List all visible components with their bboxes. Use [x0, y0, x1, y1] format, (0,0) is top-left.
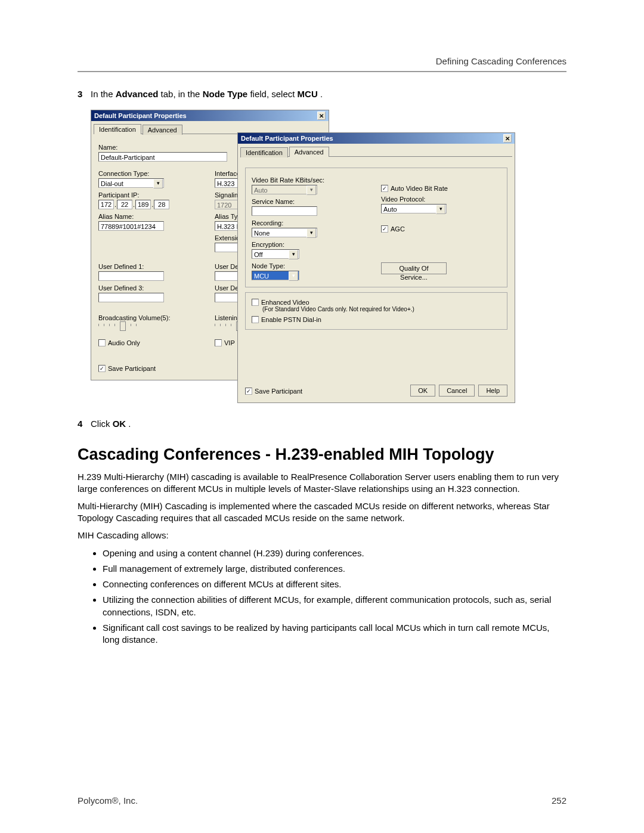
close-icon[interactable]: ✕: [317, 112, 326, 120]
label-auto-vbr: Auto Video Bit Rate: [391, 185, 448, 192]
list-item: Significant call cost savings to be real…: [103, 622, 566, 646]
tab-identification[interactable]: Identification: [94, 124, 141, 134]
tab-advanced[interactable]: Advanced: [143, 125, 182, 135]
label-vip: VIP: [224, 339, 235, 346]
divider: [78, 71, 566, 72]
title-text: Default Participant Properties: [241, 135, 333, 142]
ud1-input[interactable]: [98, 271, 164, 281]
ud3-input[interactable]: [98, 293, 164, 302]
recording-select[interactable]: None: [252, 228, 317, 237]
vbr-select: Auto: [252, 185, 317, 194]
label-vbr: Video Bit Rate KBits/sec:: [252, 176, 371, 184]
t: Advanced: [116, 89, 159, 99]
encryption-select[interactable]: Off: [252, 249, 299, 259]
step-3: 3 In the Advanced tab, in the Node Type …: [78, 89, 566, 99]
conn-type-select[interactable]: Dial-out: [98, 178, 164, 188]
ip-octet[interactable]: 22: [117, 200, 132, 209]
list-item: Connecting conferences on different MCUs…: [103, 578, 566, 590]
pstn-checkbox[interactable]: [252, 316, 259, 323]
qos-button[interactable]: Quality Of Service...: [381, 262, 447, 274]
section-heading: Cascading Conferences - H.239-enabled MI…: [78, 445, 566, 464]
service-input[interactable]: [252, 206, 317, 216]
node-type-select[interactable]: MCU: [252, 271, 299, 280]
label-video-proto: Video Protocol:: [381, 196, 501, 203]
t: field, select: [250, 89, 297, 99]
title-text: Default Participant Properties: [94, 112, 187, 119]
label-ud1: User Defined 1:: [98, 263, 205, 270]
broadcast-slider[interactable]: [98, 324, 205, 333]
label-participant-ip: Participant IP:: [98, 191, 205, 199]
step-4: 4 Click OK .: [78, 419, 566, 429]
ok-button[interactable]: OK: [410, 385, 435, 397]
note-enhanced: (For Standard Video Cards only. Not requ…: [262, 306, 501, 312]
video-proto-select[interactable]: Auto: [381, 204, 447, 213]
label-conn-type: Connection Type:: [98, 170, 205, 177]
alias-name-input[interactable]: 77889#1001#1234: [98, 221, 164, 231]
button-row: ✓ Save Participant OK Cancel Help: [245, 385, 507, 397]
agc-checkbox[interactable]: ✓: [381, 225, 388, 233]
t: .: [320, 89, 323, 99]
label-audio-only: Audio Only: [108, 339, 140, 346]
page-footer: Polycom®, Inc. 252: [78, 795, 566, 806]
cancel-button[interactable]: Cancel: [439, 385, 475, 397]
ip-octet[interactable]: 172: [98, 200, 114, 209]
step-text: In the Advanced tab, in the Node Type fi…: [91, 89, 566, 99]
bullet-list: Opening and using a content channel (H.2…: [78, 547, 566, 646]
label-ud3: User Defined 3:: [98, 284, 205, 292]
label-broadcast-vol: Broadcasting Volume(5):: [98, 314, 205, 321]
audio-only-checkbox[interactable]: [98, 339, 106, 346]
group-2: Enhanced Video (For Standard Video Cards…: [245, 292, 507, 330]
paragraph: Multi-Hierarchy (MIH) Cascading is imple…: [78, 500, 566, 524]
tab-strip: Identification Advanced: [240, 146, 512, 157]
step-number: 4: [78, 419, 91, 429]
step-number: 3: [78, 89, 91, 99]
paragraph: H.239 Multi-Hierarchy (MIH) cascading is…: [78, 471, 566, 494]
dialog-body: Video Bit Rate KBits/sec: Auto Service N…: [238, 157, 515, 340]
name-input[interactable]: Default-Participant: [98, 152, 227, 162]
label-alias-name: Alias Name:: [98, 213, 205, 220]
t: MCU: [298, 89, 318, 99]
footer-left: Polycom®, Inc.: [78, 795, 138, 806]
label-agc: AGC: [391, 225, 405, 233]
help-button[interactable]: Help: [478, 385, 507, 397]
ip-octet[interactable]: 28: [154, 200, 169, 209]
list-item: Full management of extremely large, dist…: [103, 563, 566, 575]
participant-ip-input[interactable]: 172.22.189.28: [98, 200, 205, 209]
label-recording: Recording:: [252, 219, 371, 227]
t: Click: [91, 419, 113, 429]
titlebar[interactable]: Default Participant Properties ✕: [91, 110, 329, 121]
tab-identification[interactable]: Identification: [240, 147, 288, 157]
tab-advanced[interactable]: Advanced: [289, 147, 329, 157]
group-1: Video Bit Rate KBits/sec: Auto Service N…: [245, 168, 507, 287]
list-item: Utilizing the connection abilities of di…: [103, 594, 566, 618]
dialog-advanced: Default Participant Properties ✕ Identif…: [237, 132, 515, 403]
save-participant-checkbox[interactable]: ✓: [245, 388, 252, 395]
list-item: Opening and using a content channel (H.2…: [103, 547, 566, 559]
dialog-screenshots: Default Participant Properties ✕ Identif…: [91, 110, 566, 408]
page-header: Defining Cascading Conferences: [78, 56, 566, 66]
t: OK: [113, 419, 126, 429]
paragraph: MIH Cascading allows:: [78, 529, 566, 541]
t: tab, in the: [161, 89, 203, 99]
auto-vbr-checkbox[interactable]: ✓: [381, 185, 388, 192]
enhanced-video-checkbox[interactable]: [252, 299, 259, 306]
ip-octet[interactable]: 189: [135, 200, 151, 209]
label-enhanced: Enhanced Video: [261, 299, 309, 306]
t: Node Type: [203, 89, 248, 99]
save-participant-checkbox[interactable]: ✓: [98, 365, 106, 372]
titlebar[interactable]: Default Participant Properties ✕: [238, 133, 515, 144]
label-encryption: Encryption:: [252, 241, 371, 248]
vip-checkbox[interactable]: [215, 339, 222, 346]
t: In the: [91, 89, 116, 99]
label-service: Service Name:: [252, 198, 371, 205]
step-text: Click OK .: [91, 419, 566, 429]
label-save-participant: Save Participant: [255, 388, 302, 395]
label-save-participant: Save Participant: [108, 365, 156, 372]
label-pstn: Enable PSTN Dial-in: [261, 316, 321, 323]
close-icon[interactable]: ✕: [503, 134, 512, 143]
label-node-type: Node Type:: [252, 262, 371, 270]
t: .: [128, 419, 131, 429]
footer-page: 252: [552, 795, 566, 806]
